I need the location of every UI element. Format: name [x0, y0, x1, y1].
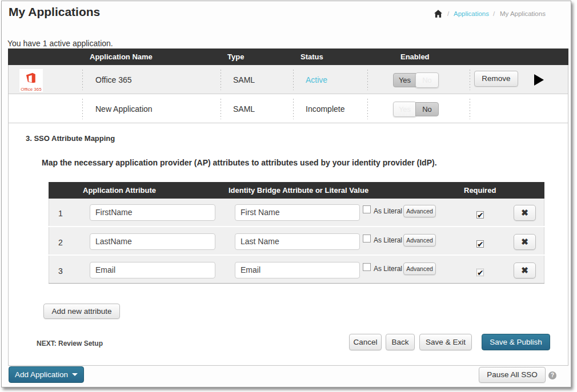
svg-text:Office 365: Office 365 — [21, 87, 42, 92]
